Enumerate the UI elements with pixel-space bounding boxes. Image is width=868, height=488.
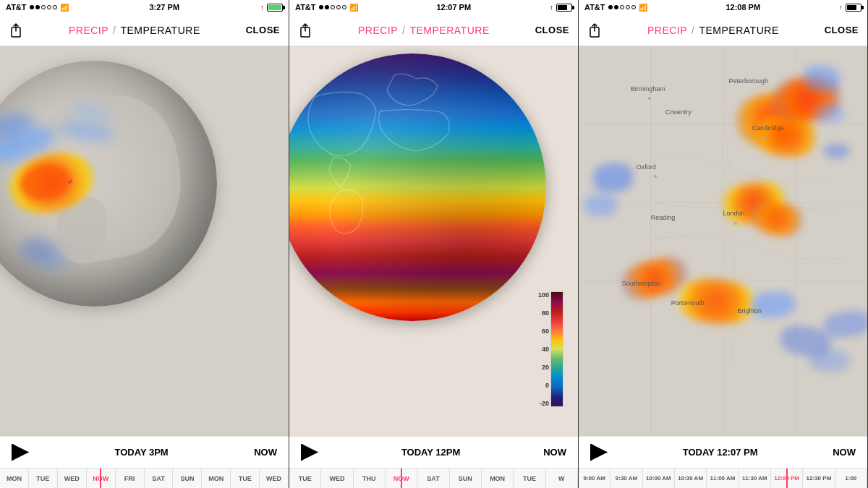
timeline-item[interactable]: W xyxy=(546,468,578,488)
temp-label-1[interactable]: TEMPERATURE xyxy=(120,25,200,36)
status-right-3: ↑ xyxy=(839,4,861,12)
legend-bar xyxy=(550,291,563,407)
timeline-item[interactable]: THU xyxy=(354,468,386,488)
time-display-3: TODAY 12:07 PM xyxy=(683,447,758,458)
timeline-item[interactable]: WED xyxy=(260,468,289,488)
status-left-2: AT&T 📶 xyxy=(295,3,358,12)
globe-2 xyxy=(289,53,546,321)
precip-label-2[interactable]: PRECIP xyxy=(358,25,398,36)
timeline-item[interactable]: MON xyxy=(0,468,29,488)
battery-fill-2 xyxy=(558,5,567,10)
share-icon-1[interactable] xyxy=(9,23,23,38)
dot3 xyxy=(41,5,46,9)
timeline-item[interactable]: SAT xyxy=(417,468,449,488)
timeline-item[interactable]: MON xyxy=(202,468,231,488)
dot3 xyxy=(331,5,335,9)
share-icon-2[interactable] xyxy=(298,23,312,38)
carrier-1: AT&T xyxy=(6,3,27,12)
status-right-1: ↑ xyxy=(260,4,283,12)
signal-2 xyxy=(319,5,346,9)
top-bar-2: PRECIP / TEMPERATURE CLOSE xyxy=(289,14,578,46)
timeline-item[interactable]: FRI xyxy=(116,468,145,488)
timeline-item[interactable]: TUE xyxy=(289,468,321,488)
time-2: 12:07 PM xyxy=(436,3,471,12)
playback-row-2: TODAY 12PM NOW xyxy=(289,436,578,468)
battery-fill-1 xyxy=(268,5,281,10)
nav-label-1: PRECIP / TEMPERATURE xyxy=(69,25,200,36)
playback-row-1: TODAY 3PM NOW xyxy=(0,436,289,468)
now-label-2: NOW xyxy=(543,447,566,458)
timeline-item[interactable]: 11:00 AM xyxy=(707,468,739,488)
timeline-2[interactable]: TUE WED THU NOW SAT SUN MON TUE W xyxy=(289,468,578,488)
play-button-1[interactable] xyxy=(12,444,29,461)
map-area-3[interactable]: Birmingham Coventry Peterborough Oxford … xyxy=(579,46,867,436)
timeline-item[interactable]: 12:30 PM xyxy=(803,468,835,488)
dot5 xyxy=(342,5,346,9)
arrow-icon-1: ↑ xyxy=(260,4,264,12)
timeline-item[interactable]: 11:30 AM xyxy=(739,468,771,488)
dot4 xyxy=(626,5,630,9)
dot4 xyxy=(47,5,51,9)
dot2 xyxy=(35,5,40,9)
temp-label-2[interactable]: TEMPERATURE xyxy=(409,25,489,36)
wifi-icon-2: 📶 xyxy=(349,4,358,12)
precip-label-3[interactable]: PRECIP xyxy=(647,25,687,36)
phone-panel-1: AT&T 📶 3:27 PM ↑ PRECIP xyxy=(0,0,289,488)
timeline-item[interactable]: 9:00 AM xyxy=(579,468,610,488)
legend-0: 0 xyxy=(545,382,549,389)
close-button-3[interactable]: CLOSE xyxy=(825,25,859,35)
separator-2: / xyxy=(402,25,405,36)
timeline-item[interactable]: WED xyxy=(58,468,87,488)
status-left-1: AT&T 📶 xyxy=(6,3,69,12)
legend-100: 100 xyxy=(538,291,549,299)
map-area-1[interactable]: 📍 xyxy=(0,46,289,436)
separator-3: / xyxy=(692,25,694,36)
timeline-item[interactable]: 10:30 AM xyxy=(675,468,707,488)
dot3 xyxy=(620,5,624,9)
close-button-2[interactable]: CLOSE xyxy=(535,25,569,35)
share-icon-3[interactable] xyxy=(587,23,602,38)
timeline-item[interactable]: TUE xyxy=(514,468,545,488)
close-button-1[interactable]: CLOSE xyxy=(246,25,280,35)
flat-map: Birmingham Coventry Peterborough Oxford … xyxy=(579,46,867,436)
bottom-bar-1: TODAY 3PM NOW MON TUE WED NOW FRI SAT SU… xyxy=(0,436,289,488)
wifi-icon-3: 📶 xyxy=(639,4,647,12)
temp-label-3[interactable]: TEMPERATURE xyxy=(699,25,778,36)
timeline-item[interactable]: MON xyxy=(482,468,514,488)
play-button-2[interactable] xyxy=(301,444,318,461)
map-area-2[interactable]: 100 80 60 40 20 0 -20 xyxy=(289,46,578,436)
top-bar-1: PRECIP / TEMPERATURE CLOSE xyxy=(0,14,289,46)
play-button-3[interactable] xyxy=(590,444,608,461)
timeline-item-now[interactable]: NOW xyxy=(386,468,417,488)
now-line-1 xyxy=(100,468,101,488)
timeline-item-now[interactable]: NOW xyxy=(87,468,116,488)
timeline-item[interactable]: WED xyxy=(321,468,353,488)
precip-label-1[interactable]: PRECIP xyxy=(69,25,109,36)
timeline-item[interactable]: SUN xyxy=(173,468,202,488)
dot5 xyxy=(53,5,57,9)
now-label-3: NOW xyxy=(833,447,856,458)
globe-1: 📍 xyxy=(0,61,217,307)
timeline-item[interactable]: TUE xyxy=(29,468,58,488)
separator-1: / xyxy=(113,25,116,36)
dot1 xyxy=(30,5,34,9)
timeline-item[interactable]: SUN xyxy=(450,468,482,488)
timeline-item[interactable]: 9:30 AM xyxy=(610,468,642,488)
timeline-item[interactable]: 10:00 AM xyxy=(643,468,675,488)
battery-3 xyxy=(846,4,861,12)
dot4 xyxy=(336,5,341,9)
timeline-3[interactable]: 9:00 AM 9:30 AM 10:00 AM 10:30 AM 11:00 … xyxy=(579,468,867,488)
dot1 xyxy=(608,5,613,9)
timeline-item[interactable]: 1:00 xyxy=(835,468,867,488)
legend-80: 80 xyxy=(542,309,549,317)
signal-1 xyxy=(30,5,57,9)
time-1: 3:27 PM xyxy=(149,3,179,12)
playback-row-3: TODAY 12:07 PM NOW xyxy=(579,436,867,468)
timeline-item[interactable]: SAT xyxy=(145,468,174,488)
timeline-1[interactable]: MON TUE WED NOW FRI SAT SUN MON TUE WED xyxy=(0,468,289,488)
legend-40: 40 xyxy=(542,346,549,353)
timeline-item-now[interactable]: 12:00 PM xyxy=(771,468,803,488)
carrier-3: AT&T xyxy=(584,3,605,12)
arrow-icon-3: ↑ xyxy=(839,4,843,12)
timeline-item[interactable]: TUE xyxy=(231,468,260,488)
